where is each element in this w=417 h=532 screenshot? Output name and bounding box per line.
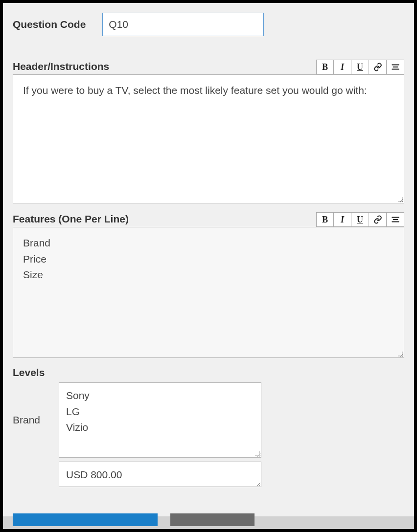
level-values-price[interactable]: USD 800.00 USD 1,200.00 (59, 462, 261, 487)
link-button[interactable] (369, 212, 387, 227)
feature-line: Price (23, 251, 394, 267)
levels-label: Levels (13, 367, 404, 378)
level-value: USD 1,200.00 (66, 483, 254, 487)
link-icon (373, 215, 382, 224)
level-value: Sony (66, 388, 254, 404)
resize-handle-icon (397, 196, 403, 202)
link-button[interactable] (369, 60, 387, 74)
question-code-label: Question Code (13, 19, 86, 30)
align-button[interactable] (387, 60, 404, 74)
primary-action-button[interactable] (13, 513, 158, 526)
level-name-brand: Brand (13, 414, 48, 426)
feature-line: Brand (23, 235, 394, 251)
level-value: USD 800.00 (66, 467, 254, 483)
feature-line: Size (23, 267, 394, 283)
secondary-action-button[interactable] (170, 513, 255, 526)
level-value: Vizio (66, 420, 254, 436)
bold-button[interactable]: B (316, 212, 334, 227)
resize-handle-icon (254, 450, 260, 456)
question-code-input[interactable] (102, 13, 264, 36)
features-section-header: Features (One Per Line) B I U (13, 212, 404, 227)
form-window: Question Code Header/Instructions B I U (3, 3, 414, 529)
features-toolbar: B I U (316, 212, 404, 227)
features-editor[interactable]: Brand Price Size (13, 227, 404, 358)
level-values-brand[interactable]: Sony LG Vizio (59, 382, 261, 458)
align-icon (391, 63, 400, 71)
underline-button[interactable]: U (351, 212, 369, 227)
resize-handle-icon (397, 351, 403, 356)
header-instructions-editor[interactable]: If you were to buy a TV, select the most… (13, 74, 404, 203)
level-row-price: USD 800.00 USD 1,200.00 (13, 462, 404, 487)
align-icon (391, 215, 400, 224)
header-instructions-label: Header/Instructions (13, 61, 109, 72)
header-instructions-text: If you were to buy a TV, select the most… (23, 85, 367, 96)
header-instructions-section-header: Header/Instructions B I U (13, 60, 404, 74)
level-row-brand: Brand Sony LG Vizio (13, 382, 404, 458)
italic-button[interactable]: I (334, 60, 351, 74)
align-button[interactable] (387, 212, 404, 227)
question-code-row: Question Code (13, 13, 404, 36)
link-icon (373, 63, 382, 71)
features-label: Features (One Per Line) (13, 213, 129, 225)
bottom-bar (3, 516, 414, 529)
italic-button[interactable]: I (334, 212, 351, 227)
underline-button[interactable]: U (351, 60, 369, 74)
header-toolbar: B I U (316, 60, 404, 74)
level-value: LG (66, 404, 254, 420)
levels-section: Levels Brand Sony LG Vizio USD 800.00 US… (13, 367, 404, 487)
bold-button[interactable]: B (316, 60, 334, 74)
